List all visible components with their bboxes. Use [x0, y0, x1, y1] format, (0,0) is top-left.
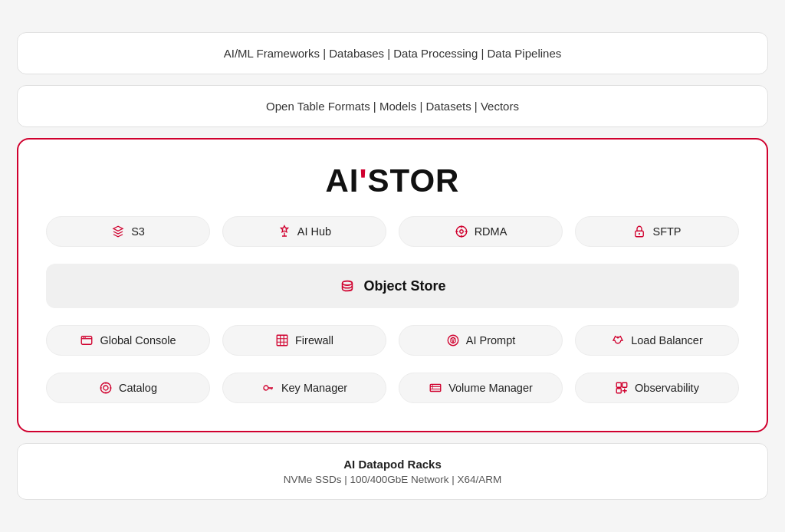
svg-point-13 — [432, 385, 434, 386]
chip-sftp[interactable]: SFTP — [575, 216, 739, 247]
object-store-label: Object Store — [363, 278, 445, 294]
chip-key-manager-label: Key Manager — [281, 382, 347, 394]
catalog-icon — [99, 381, 113, 395]
load-balancer-icon — [611, 333, 625, 347]
svg-point-6 — [85, 337, 87, 339]
banner-frameworks-text: AI/ML Frameworks | Databases | Data Proc… — [224, 47, 561, 60]
svg-rect-16 — [622, 383, 627, 387]
logo-accent: ' — [360, 163, 368, 199]
svg-point-9 — [100, 383, 111, 393]
svg-rect-7 — [277, 335, 287, 346]
chip-ai-hub[interactable]: AI Hub — [222, 216, 386, 247]
chip-load-balancer-label: Load Balancer — [631, 334, 703, 346]
global-console-icon — [80, 333, 94, 347]
chip-ai-prompt[interactable]: AI Prompt — [399, 325, 563, 356]
chip-observability-label: Observability — [635, 382, 699, 394]
chip-catalog[interactable]: Catalog — [46, 373, 210, 403]
sftp-icon — [632, 225, 646, 238]
svg-point-14 — [432, 387, 434, 389]
main-layout: AI/ML Frameworks | Databases | Data Proc… — [17, 32, 768, 500]
chips-row-2: Global Console Firewall AI Prompt — [46, 325, 739, 356]
chip-global-console-label: Global Console — [100, 334, 176, 346]
aistor-box: AI'STOR S3 AI Hub — [17, 138, 768, 432]
footer-box: AI Datapod Racks NVMe SSDs | 100/400GbE … — [17, 443, 768, 500]
banner-formats: Open Table Formats | Models | Datasets |… — [17, 85, 768, 127]
footer-subtitle: NVMe SSDs | 100/400GbE Network | X64/ARM — [36, 474, 749, 485]
ai-prompt-icon — [446, 333, 460, 347]
svg-point-10 — [103, 386, 108, 390]
chip-key-manager[interactable]: Key Manager — [222, 373, 386, 403]
footer-title: AI Datapod Racks — [36, 458, 749, 471]
chip-ai-prompt-label: AI Prompt — [466, 334, 515, 346]
svg-rect-15 — [616, 383, 621, 387]
chip-rdma-label: RDMA — [475, 225, 507, 238]
svg-point-1 — [459, 230, 463, 234]
svg-rect-12 — [430, 385, 441, 392]
aistor-logo: AI'STOR — [326, 163, 460, 199]
chips-row-1: S3 AI Hub RDMA — [46, 216, 739, 247]
svg-rect-17 — [616, 389, 621, 393]
volume-manager-icon — [429, 381, 442, 395]
logo-text-ai: AI — [326, 163, 360, 199]
svg-point-5 — [84, 337, 85, 339]
svg-point-11 — [264, 386, 268, 390]
object-store-chip[interactable]: Object Store — [46, 264, 739, 308]
chip-global-console[interactable]: Global Console — [46, 325, 210, 356]
chip-catalog-label: Catalog — [119, 382, 157, 394]
chip-observability[interactable]: Observability — [575, 373, 739, 403]
chip-sftp-label: SFTP — [652, 225, 681, 238]
chip-volume-manager-label: Volume Manager — [448, 382, 533, 394]
ai-hub-icon — [278, 225, 291, 238]
observability-icon — [615, 381, 629, 395]
firewall-icon — [275, 333, 289, 347]
rdma-icon — [455, 225, 468, 238]
chip-s3-label: S3 — [131, 225, 145, 238]
svg-point-3 — [639, 233, 640, 235]
banner-formats-text: Open Table Formats | Models | Datasets |… — [266, 100, 519, 113]
chip-s3[interactable]: S3 — [46, 216, 210, 247]
chip-rdma[interactable]: RDMA — [399, 216, 563, 247]
s3-icon — [111, 225, 125, 238]
chip-firewall-label: Firewall — [295, 334, 333, 346]
logo-text-stor: STOR — [368, 163, 460, 199]
svg-point-8 — [448, 335, 458, 346]
banner-frameworks: AI/ML Frameworks | Databases | Data Proc… — [17, 32, 768, 74]
chips-row-3: Catalog Key Manager Volume Manager — [46, 373, 739, 403]
chip-ai-hub-label: AI Hub — [297, 225, 331, 238]
chip-firewall[interactable]: Firewall — [222, 325, 386, 356]
object-store-icon — [339, 277, 356, 294]
chip-load-balancer[interactable]: Load Balancer — [575, 325, 739, 356]
chip-volume-manager[interactable]: Volume Manager — [399, 373, 563, 403]
key-manager-icon — [261, 381, 275, 395]
